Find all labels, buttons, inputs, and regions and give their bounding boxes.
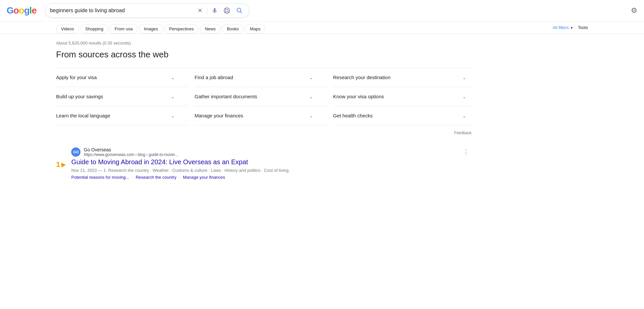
filter-images[interactable]: Images bbox=[139, 24, 163, 34]
chevron-down-icon: ⌄ bbox=[462, 94, 466, 99]
topic-label: Gather important documents bbox=[195, 94, 257, 99]
result-title[interactable]: Guide to Moving Abroad in 2024: Live Ove… bbox=[71, 158, 472, 166]
topic-manage-finances[interactable]: Manage your finances ⌄ bbox=[195, 106, 326, 125]
play-arrow-icon: ▶ bbox=[61, 161, 66, 168]
header: Google ✕ bbox=[0, 0, 644, 21]
topic-research-destination[interactable]: Research your destination ⌄ bbox=[333, 68, 472, 87]
topic-label: Find a job abroad bbox=[195, 75, 233, 80]
topic-apply-visa[interactable]: Apply for your visa ⌄ bbox=[56, 68, 188, 87]
tools-button[interactable]: Tools bbox=[578, 25, 588, 30]
filters-bar: Videos Shopping From usa Images Perspect… bbox=[0, 21, 644, 34]
topic-label: Manage your finances bbox=[195, 113, 243, 118]
search-bar: ✕ bbox=[45, 3, 249, 18]
chevron-down-icon: ⌄ bbox=[309, 75, 313, 80]
voice-icon[interactable] bbox=[210, 7, 219, 15]
topic-build-savings[interactable]: Build up your savings ⌄ bbox=[56, 87, 188, 106]
chevron-down-icon: ⌄ bbox=[171, 94, 175, 99]
chevron-down-icon: ⌄ bbox=[309, 113, 313, 118]
result-number-badge: 1 ▶ bbox=[56, 160, 66, 169]
sources-heading: From sources across the web bbox=[56, 49, 472, 60]
topic-learn-language[interactable]: Learn the local language ⌄ bbox=[56, 106, 188, 125]
topic-label: Learn the local language bbox=[56, 113, 110, 118]
search-button-icon[interactable] bbox=[234, 6, 244, 15]
divider bbox=[207, 7, 207, 15]
result-content: GO Go Overseas https://www.gooverseas.co… bbox=[71, 147, 472, 180]
link-separator: · bbox=[132, 175, 133, 180]
topic-label: Build up your savings bbox=[56, 94, 103, 99]
filters-right: All filters ▾ Tools bbox=[553, 25, 588, 33]
filter-shopping[interactable]: Shopping bbox=[80, 24, 108, 34]
filter-maps[interactable]: Maps bbox=[245, 24, 265, 34]
more-options-button[interactable]: ⋮ bbox=[460, 147, 472, 157]
filter-books[interactable]: Books bbox=[222, 24, 244, 34]
site-favicon: GO bbox=[71, 147, 80, 157]
chevron-down-icon: ⌄ bbox=[462, 113, 466, 118]
topics-grid: Apply for your visa ⌄ Find a job abroad … bbox=[56, 68, 472, 125]
topic-label: Get health checks bbox=[333, 113, 373, 118]
chevron-down-icon: ⌄ bbox=[309, 94, 313, 99]
all-filters-button[interactable]: All filters ▾ bbox=[553, 25, 573, 30]
site-name: Go Overseas bbox=[84, 147, 178, 152]
topic-label: Apply for your visa bbox=[56, 75, 97, 80]
filter-perspectives[interactable]: Perspectives bbox=[164, 24, 199, 34]
svg-point-1 bbox=[226, 9, 228, 12]
search-result: 1 ▶ GO Go Overseas https://www.gooversea… bbox=[56, 147, 472, 180]
google-logo[interactable]: Google bbox=[7, 5, 36, 16]
main-content: About 5,620,000 results (0.35 seconds) F… bbox=[0, 34, 528, 184]
topic-label: Know your visa options bbox=[333, 94, 384, 99]
settings-icon[interactable]: ⚙ bbox=[631, 6, 637, 15]
link-separator: · bbox=[179, 175, 180, 180]
filter-news[interactable]: News bbox=[200, 24, 221, 34]
feedback-label[interactable]: Feedback bbox=[56, 128, 472, 142]
filter-videos[interactable]: Videos bbox=[56, 24, 79, 34]
result-link-3[interactable]: Manage your finances bbox=[183, 175, 225, 180]
search-input[interactable] bbox=[50, 8, 193, 14]
chevron-down-icon: ⌄ bbox=[171, 113, 175, 118]
result-date: Nov 21, 2023 — 1. Research the country ·… bbox=[71, 168, 472, 173]
site-info: GO Go Overseas https://www.gooverseas.co… bbox=[71, 147, 472, 157]
all-filters-arrow: ▾ bbox=[571, 26, 573, 30]
lens-icon[interactable] bbox=[222, 6, 232, 15]
site-name-url: Go Overseas https://www.gooverseas.com ›… bbox=[84, 147, 178, 157]
filter-from-usa[interactable]: From usa bbox=[109, 24, 138, 34]
topic-label: Research your destination bbox=[333, 75, 390, 80]
topic-health-checks[interactable]: Get health checks ⌄ bbox=[333, 106, 472, 125]
chevron-down-icon: ⌄ bbox=[462, 75, 466, 80]
site-url: https://www.gooverseas.com › blog › guid… bbox=[84, 152, 178, 157]
topic-know-visa-options[interactable]: Know your visa options ⌄ bbox=[333, 87, 472, 106]
topic-find-job[interactable]: Find a job abroad ⌄ bbox=[195, 68, 326, 87]
search-bar-wrapper: ✕ bbox=[45, 3, 249, 18]
results-stats: About 5,620,000 results (0.35 seconds) bbox=[56, 38, 472, 49]
result-link-2[interactable]: Research the country bbox=[136, 175, 176, 180]
result-number: 1 bbox=[56, 160, 60, 169]
topic-gather-documents[interactable]: Gather important documents ⌄ bbox=[195, 87, 326, 106]
clear-icon[interactable]: ✕ bbox=[196, 6, 204, 15]
header-right: ⚙ bbox=[631, 6, 637, 15]
chevron-down-icon: ⌄ bbox=[171, 75, 175, 80]
result-link-1[interactable]: Potential reasons for moving... bbox=[71, 175, 129, 180]
result-links: Potential reasons for moving... · Resear… bbox=[71, 175, 472, 180]
